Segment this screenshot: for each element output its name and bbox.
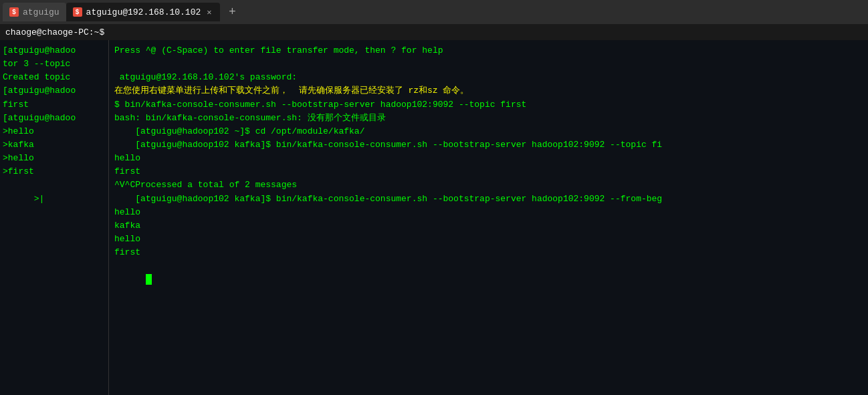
terminal-icon-right: $: [73, 7, 82, 17]
left-line-4: [atguigu@hadoo: [3, 84, 106, 98]
right-line-5: $ bin/kafka-console-consumer.sh --bootst…: [114, 98, 863, 112]
right-line-12: [atguigu@hadoop102 kafka]$ bin/kafka-con…: [114, 192, 863, 206]
right-line-9: hello: [114, 152, 863, 165]
right-line-13: hello: [114, 206, 863, 219]
right-line-2: [114, 57, 863, 71]
tab-remote[interactable]: $ atguigu@192.168.10.102 ✕: [66, 3, 221, 21]
right-line-1: Press ^@ (C-Space) to enter file transfe…: [114, 44, 863, 57]
title-text: chaoge@chaoge-PC:~$: [5, 27, 104, 37]
right-line-4: 在您使用右键菜单进行上传和下载文件之前， 请先确保服务器已经安装了 rz和sz …: [114, 84, 863, 98]
right-line-15: hello: [114, 233, 863, 246]
left-line-6: [atguigu@hadoo: [3, 112, 106, 125]
left-line-9: >hello: [3, 152, 106, 165]
tab-label-right: atguigu@192.168.10.102: [86, 7, 201, 17]
right-line-6: bash: bin/kafka-console-consumer.sh: 没有那…: [114, 112, 863, 125]
tab-close-button[interactable]: ✕: [205, 7, 213, 18]
new-tab-button[interactable]: +: [223, 3, 241, 21]
tab-atguigu[interactable]: $ atguigu: [3, 3, 66, 21]
right-line-14: kafka: [114, 219, 863, 233]
left-line-3: Created topic: [3, 71, 106, 84]
left-line-5: first: [3, 98, 106, 112]
right-line-8: [atguigu@hadoop102 kafka]$ bin/kafka-con…: [114, 138, 863, 152]
left-line-10: >first: [3, 165, 106, 178]
right-line-10: first: [114, 165, 863, 178]
terminal-icon-left: $: [9, 7, 19, 17]
right-terminal-panel[interactable]: Press ^@ (C-Space) to enter file transfe…: [109, 40, 868, 395]
left-line-7: >hello: [3, 125, 106, 138]
left-line-1: [atguigu@hadoo: [3, 44, 106, 57]
terminal-container: [atguigu@hadoo tor 3 --topic Created top…: [0, 40, 868, 395]
right-line-16: first: [114, 246, 863, 259]
right-line-cursor: [114, 259, 863, 299]
tab-bar: $ atguigu $ atguigu@192.168.10.102 ✕ +: [0, 0, 868, 24]
title-bar: chaoge@chaoge-PC:~$: [0, 24, 868, 40]
left-line-11: >|: [3, 178, 106, 219]
right-line-11: ^V^CProcessed a total of 2 messages: [114, 178, 863, 192]
right-line-3: atguigu@192.168.10.102's password:: [114, 71, 863, 84]
left-line-2: tor 3 --topic: [3, 57, 106, 71]
left-line-8: >kafka: [3, 138, 106, 152]
tab-label-left: atguigu: [23, 7, 60, 17]
terminal-cursor: [146, 274, 152, 285]
left-terminal-panel[interactable]: [atguigu@hadoo tor 3 --topic Created top…: [0, 40, 109, 395]
right-line-7: [atguigu@hadoop102 ~]$ cd /opt/module/ka…: [114, 125, 863, 138]
